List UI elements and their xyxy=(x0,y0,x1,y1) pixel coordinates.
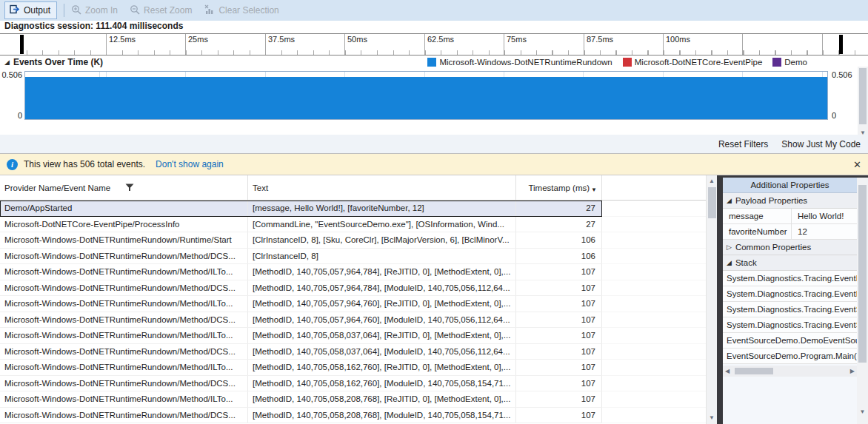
panel-horizontal-scrollbar[interactable]: ◀ ▶ xyxy=(723,366,857,377)
sort-descending-icon: ▼ xyxy=(591,186,597,193)
y-axis-min-right: 0 xyxy=(832,111,836,120)
ruler-minor-ticks xyxy=(27,50,868,55)
legend-label: Demo xyxy=(784,58,807,67)
cell-provider: Demo/AppStarted xyxy=(0,201,248,216)
events-over-time-chart[interactable] xyxy=(24,71,828,120)
output-icon xyxy=(10,4,20,16)
common-properties-expander[interactable]: ▷ Common Properties xyxy=(723,240,857,255)
additional-properties-panel: Additional Properties ◢ Payload Properti… xyxy=(723,178,857,424)
selection-end-marker[interactable] xyxy=(839,35,843,54)
scrollbar-thumb[interactable] xyxy=(708,187,716,218)
selection-start-marker[interactable] xyxy=(20,35,24,54)
cell-provider: Microsoft-Windows-DotNETRuntimeRundown/M… xyxy=(0,328,248,343)
scrollbar-right-arrow-icon[interactable]: ▶ xyxy=(850,368,855,374)
stack-frame[interactable]: EventSourceDemo.DemoEventSourc xyxy=(723,333,857,349)
cell-timestamp: 107 xyxy=(516,408,602,423)
clear-selection-icon xyxy=(204,4,215,17)
legend-item: Microsoft-DotNETCore-EventPipe xyxy=(623,58,763,67)
cell-text: [MethodID, 140,705,057,964,784], [ReJITI… xyxy=(248,264,516,280)
property-row[interactable]: favoriteNumber 12 xyxy=(723,224,857,240)
table-row[interactable]: Microsoft-Windows-DotNETRuntimeRundown/M… xyxy=(0,249,706,265)
legend-item: Microsoft-Windows-DotNETRuntimeRundown xyxy=(427,58,612,67)
cell-text: [CommandLine, "EventSourceDemo.exe"], [O… xyxy=(248,217,516,232)
panel-vertical-scrollbar[interactable]: ▼ xyxy=(857,178,868,424)
expander-label: Payload Properties xyxy=(735,196,807,205)
stack-frame[interactable]: System.Diagnostics.Tracing.EventSou xyxy=(723,302,857,317)
cell-timestamp: 106 xyxy=(516,249,602,264)
expander-label: Stack xyxy=(735,258,757,267)
filter-funnel-icon[interactable] xyxy=(125,184,134,192)
cell-text: [MethodID, 140,705,058,162,760], [Module… xyxy=(248,376,516,391)
table-row[interactable]: Microsoft-Windows-DotNETRuntimeRundown/M… xyxy=(0,391,706,408)
cell-provider: Microsoft-Windows-DotNETRuntimeRundown/R… xyxy=(0,232,248,248)
table-row[interactable]: Microsoft-Windows-DotNETRuntimeRundown/R… xyxy=(0,232,706,249)
splitter[interactable] xyxy=(717,175,723,424)
chart-expander-icon[interactable]: ◢ xyxy=(4,58,10,66)
stack-frame[interactable]: System.Diagnostics.Tracing.EventPip xyxy=(723,271,857,286)
cell-provider: Microsoft-Windows-DotNETRuntimeRundown/M… xyxy=(0,296,248,312)
scrollbar-up-arrow-icon[interactable]: ▲ xyxy=(707,177,717,186)
cell-timestamp: 107 xyxy=(516,264,602,280)
table-row[interactable]: Microsoft-Windows-DotNETRuntimeRundown/M… xyxy=(0,408,706,424)
reset-zoom-button[interactable]: Reset Zoom xyxy=(130,4,192,17)
output-button[interactable]: Output xyxy=(4,1,57,19)
panel-title: Additional Properties xyxy=(723,178,857,193)
table-row[interactable]: Microsoft-DotNETCore-EventPipe/ProcessIn… xyxy=(0,217,706,233)
zoom-in-icon xyxy=(71,4,81,17)
table-row[interactable]: Microsoft-Windows-DotNETRuntimeRundown/M… xyxy=(0,376,706,392)
table-row[interactable]: Microsoft-Windows-DotNETRuntimeRundown/M… xyxy=(0,344,706,360)
cell-text: [ClrInstanceID, 8] xyxy=(248,249,516,264)
stack-frame[interactable]: EventSourceDemo.Program.Main(Sy xyxy=(723,349,857,364)
dont-show-again-link[interactable]: Don't show again xyxy=(156,159,224,169)
cell-text: [MethodID, 140,705,058,208,768], [ReJITI… xyxy=(248,391,516,407)
table-row[interactable]: Microsoft-Windows-DotNETRuntimeRundown/M… xyxy=(0,360,706,376)
show-just-my-code-link[interactable]: Show Just My Code xyxy=(781,139,861,149)
property-row[interactable]: message Hello World! xyxy=(723,209,857,224)
table-vertical-scrollbar[interactable]: ▲ ▼ xyxy=(706,175,717,424)
column-header-text[interactable]: Text xyxy=(248,175,516,200)
payload-properties-expander[interactable]: ◢ Payload Properties xyxy=(723,193,857,209)
property-value: 12 xyxy=(792,227,807,236)
chart-vertical-scrollbar[interactable]: ▼ xyxy=(858,67,868,138)
cell-text: [MethodID, 140,705,058,162,760], [ReJITI… xyxy=(248,360,516,375)
session-duration-label: Diagnostics session: 111.404 millisecond… xyxy=(0,21,868,33)
scrollbar-down-arrow-icon[interactable]: ▼ xyxy=(857,408,868,417)
y-axis-max-left: 0.506 xyxy=(1,70,22,79)
reset-filters-link[interactable]: Reset Filters xyxy=(718,139,768,149)
table-row[interactable]: Microsoft-Windows-DotNETRuntimeRundown/M… xyxy=(0,328,706,344)
cell-timestamp: 107 xyxy=(516,344,602,360)
scrollbar-left-arrow-icon[interactable]: ◀ xyxy=(725,368,730,374)
cell-timestamp: 107 xyxy=(516,328,602,343)
stack-expander[interactable]: ◢ Stack xyxy=(723,255,857,271)
events-section: Provider Name/Event Name Text Timestamp … xyxy=(0,175,868,424)
table-row[interactable]: Microsoft-Windows-DotNETRuntimeRundown/M… xyxy=(0,280,706,297)
column-header-label: Timestamp (ms) xyxy=(528,184,590,192)
cell-text: [ClrInstanceID, 8], [Sku, CoreClr], [Bcl… xyxy=(248,232,516,248)
column-header-timestamp[interactable]: Timestamp (ms) ▼ xyxy=(516,175,602,200)
chart-legend: Microsoft-Windows-DotNETRuntimeRundown M… xyxy=(427,58,807,67)
table-row[interactable]: Microsoft-Windows-DotNETRuntimeRundown/M… xyxy=(0,264,706,280)
table-row[interactable]: Microsoft-Windows-DotNETRuntimeRundown/M… xyxy=(0,312,706,329)
cell-timestamp: 27 xyxy=(516,201,602,216)
legend-swatch-purple xyxy=(772,58,781,67)
cell-text: [MethodID, 140,705,057,964,760], [Module… xyxy=(248,312,516,328)
cell-text: [MethodID, 140,705,057,964,784], [Module… xyxy=(248,280,516,296)
events-table: Provider Name/Event Name Text Timestamp … xyxy=(0,175,706,424)
cell-text: [message, Hello World!], [favoriteNumber… xyxy=(248,201,516,216)
scrollbar-thumb[interactable] xyxy=(858,185,867,363)
timeline-ruler[interactable]: 12.5ms 25ms 37.5ms 50ms 62.5ms 75ms 87.5… xyxy=(0,33,868,55)
table-row[interactable]: Microsoft-Windows-DotNETRuntimeRundown/M… xyxy=(0,296,706,312)
scrollbar-thumb[interactable] xyxy=(735,368,773,374)
table-row[interactable]: Demo/AppStarted[message, Hello World!], … xyxy=(0,201,706,217)
scrollbar-down-arrow-icon[interactable]: ▼ xyxy=(707,414,717,423)
legend-label: Microsoft-Windows-DotNETRuntimeRundown xyxy=(439,58,612,67)
clear-selection-button[interactable]: Clear Selection xyxy=(204,4,278,17)
stack-frame[interactable]: System.Diagnostics.Tracing.EventSou xyxy=(723,317,857,333)
toolbar-separator xyxy=(64,4,64,17)
column-header-provider[interactable]: Provider Name/Event Name xyxy=(0,175,248,200)
legend-item: Demo xyxy=(772,58,807,67)
stack-frame[interactable]: System.Diagnostics.Tracing.EventPro xyxy=(723,286,857,302)
close-icon[interactable]: ✕ xyxy=(853,159,861,170)
zoom-in-button[interactable]: Zoom In xyxy=(71,4,118,17)
scrollbar-thumb[interactable] xyxy=(859,68,867,124)
